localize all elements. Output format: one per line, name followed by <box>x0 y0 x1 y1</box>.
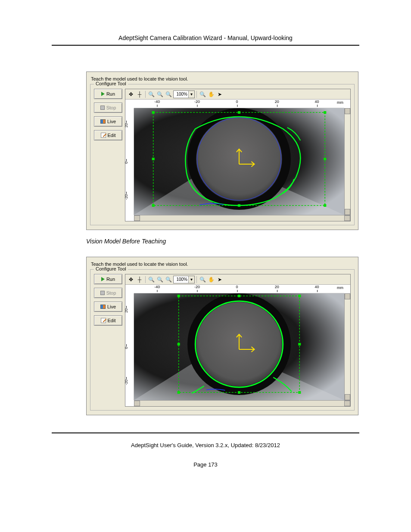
tools-icon[interactable]: ✥ <box>127 276 135 283</box>
scroll-down-icon[interactable] <box>345 394 350 400</box>
footer-rule <box>52 432 359 433</box>
ruler-y-tick: 20 <box>124 123 128 128</box>
crosshair-icon[interactable]: ┼ <box>136 90 143 98</box>
zoom-in-icon[interactable]: 🔍 <box>147 276 155 283</box>
stop-icon <box>100 106 105 110</box>
ruler-x-tick: 40 <box>315 285 319 289</box>
ruler-y-tick: 20 <box>124 308 128 313</box>
svg-rect-10 <box>152 204 155 207</box>
svg-rect-9 <box>324 158 326 160</box>
ruler-x-tick: -20 <box>194 100 200 104</box>
scroll-track[interactable] <box>140 215 344 221</box>
ruler-unit: mm <box>337 100 343 105</box>
ruler-x-tick: 0 <box>236 285 238 289</box>
hand-pan-icon[interactable]: ✋ <box>207 90 215 98</box>
hand-pan-icon[interactable]: ✋ <box>207 276 215 283</box>
svg-rect-24 <box>177 343 180 345</box>
live-label: Live <box>107 304 116 309</box>
zoom-region-icon[interactable]: 🔍 <box>199 90 206 98</box>
zoom-out-icon[interactable]: 🔍 <box>165 276 172 283</box>
svg-rect-22 <box>238 295 240 297</box>
horizontal-scrollbar[interactable] <box>134 400 350 406</box>
scroll-right-icon[interactable] <box>344 401 350 406</box>
ruler-y-tick: -20 <box>124 380 128 385</box>
edit-button[interactable]: Edit <box>94 130 122 140</box>
stop-button[interactable]: Stop <box>94 103 122 113</box>
edit-icon <box>101 133 106 138</box>
zoom-input[interactable] <box>174 92 188 96</box>
horizontal-scrollbar[interactable] <box>134 215 350 221</box>
instruction-text: Teach the model used to locate the visio… <box>90 260 355 269</box>
page-number: Page 173 <box>52 461 359 468</box>
zoom-combo[interactable]: ▾ <box>173 90 195 98</box>
scroll-track[interactable] <box>140 401 344 406</box>
instruction-text: Teach the model used to locate the visio… <box>90 75 355 84</box>
svg-rect-27 <box>238 391 240 394</box>
ruler-x-tick: 20 <box>275 285 279 289</box>
zoom-combo[interactable]: ▾ <box>173 276 195 283</box>
vertical-scrollbar[interactable] <box>344 108 350 215</box>
ruler-x-tick: 0 <box>236 100 238 104</box>
chevron-down-icon[interactable]: ▾ <box>188 276 194 283</box>
scroll-down-icon[interactable] <box>345 209 350 215</box>
edit-icon <box>101 318 106 323</box>
scroll-up-icon[interactable] <box>345 108 350 114</box>
ruler-horizontal: -40 -20 0 20 40 mm <box>134 100 344 108</box>
edit-label: Edit <box>108 318 116 323</box>
live-button[interactable]: Live <box>94 116 122 127</box>
vertical-scrollbar[interactable] <box>344 293 350 400</box>
svg-rect-5 <box>152 111 155 114</box>
scroll-left-icon[interactable] <box>134 215 140 221</box>
calibration-panel-before: Teach the model used to locate the visio… <box>86 72 358 230</box>
chevron-down-icon[interactable]: ▾ <box>188 91 194 98</box>
run-button[interactable]: Run <box>94 89 122 99</box>
svg-rect-8 <box>152 158 155 160</box>
live-button[interactable]: Live <box>94 302 122 312</box>
ruler-horizontal: -40 -20 0 20 40 mm <box>134 285 344 293</box>
image-viewer: ✥ ┼ 🔍 🔍 🔍 ▾ 🔍 ✋ <box>125 274 351 407</box>
play-icon <box>101 92 105 96</box>
pointer-icon[interactable]: ➤ <box>216 276 224 283</box>
edit-button[interactable]: Edit <box>94 315 122 326</box>
page-header: AdeptSight Camera Calibration Wizard - M… <box>52 34 359 41</box>
fieldset-legend: Configure Tool <box>94 266 128 271</box>
zoom-fit-icon[interactable]: 🔍 <box>156 276 164 283</box>
scroll-right-icon[interactable] <box>344 215 350 221</box>
calibration-panel-after: Teach the model used to locate the visio… <box>86 257 358 415</box>
svg-rect-23 <box>298 295 301 297</box>
svg-rect-7 <box>324 111 326 114</box>
ruler-vertical: 20 0 -20 <box>125 293 134 400</box>
run-label: Run <box>106 91 115 96</box>
stop-button[interactable]: Stop <box>94 288 122 298</box>
live-icon <box>100 119 106 124</box>
run-button[interactable]: Run <box>94 274 122 284</box>
zoom-fit-icon[interactable]: 🔍 <box>156 90 164 98</box>
live-icon <box>100 305 106 309</box>
vision-canvas-before[interactable] <box>134 108 344 215</box>
tools-icon[interactable]: ✥ <box>127 90 135 98</box>
run-label: Run <box>106 277 115 282</box>
ruler-x-tick: 20 <box>275 100 279 104</box>
live-label: Live <box>107 119 116 124</box>
svg-rect-28 <box>298 391 301 394</box>
pointer-icon[interactable]: ➤ <box>216 90 224 98</box>
side-button-column: Run Stop Live Edit <box>94 89 122 221</box>
svg-rect-6 <box>238 111 240 114</box>
zoom-in-icon[interactable]: 🔍 <box>147 90 155 98</box>
zoom-region-icon[interactable]: 🔍 <box>199 276 206 283</box>
crosshair-icon[interactable]: ┼ <box>136 276 143 283</box>
scroll-left-icon[interactable] <box>134 401 140 406</box>
zoom-out-icon[interactable]: 🔍 <box>165 90 172 98</box>
scroll-up-icon[interactable] <box>345 293 350 299</box>
ruler-y-tick: -20 <box>124 194 128 200</box>
ruler-x-tick: -20 <box>194 285 200 289</box>
zoom-input[interactable] <box>174 277 188 282</box>
ruler-y-tick: 0 <box>124 347 128 349</box>
ruler-vertical: 20 0 -20 <box>125 108 134 215</box>
svg-rect-25 <box>298 343 301 345</box>
svg-rect-21 <box>177 295 180 297</box>
stop-label: Stop <box>106 105 116 110</box>
vision-canvas-after[interactable] <box>134 293 344 400</box>
ruler-y-tick: 0 <box>124 162 128 164</box>
configure-tool-fieldset: Configure Tool Run Stop Live Edit ✥ ┼ 🔍 <box>90 269 355 411</box>
